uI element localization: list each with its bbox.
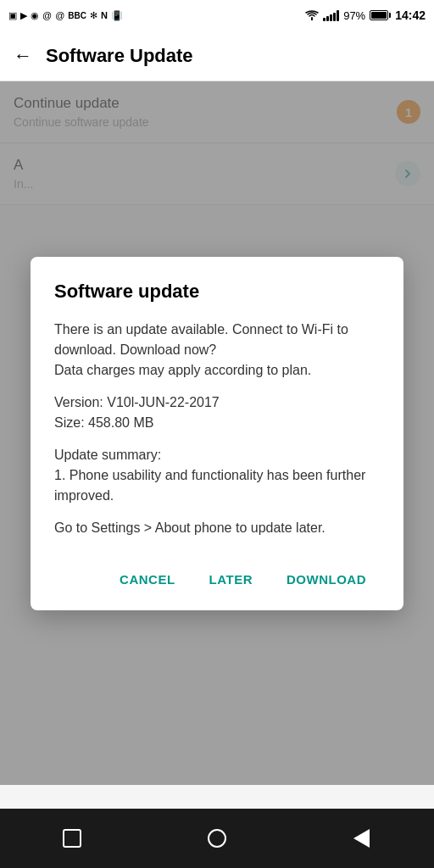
dialog-body: There is an update available. Connect to…: [54, 320, 380, 538]
dialog-body-p3: Update summary:1. Phone usability and fu…: [54, 445, 380, 506]
wifi-icon: [305, 10, 319, 20]
download-button[interactable]: DOWNLOAD: [273, 562, 380, 597]
page-title: Software Update: [46, 45, 193, 67]
status-bar: ▣ ▶ ◉ @ @ BBC ✻ N 📳 97%: [0, 0, 434, 31]
recents-icon: [63, 829, 81, 848]
back-button[interactable]: ←: [14, 45, 32, 67]
dialog-overlay: Software update There is an update avail…: [0, 81, 434, 785]
nav-bar: [0, 809, 434, 868]
dialog-title: Software update: [54, 281, 380, 303]
cancel-button[interactable]: CANCEL: [106, 562, 189, 597]
back-nav-button[interactable]: [345, 821, 379, 855]
recents-button[interactable]: [55, 821, 89, 855]
back-icon: [353, 829, 370, 848]
home-button[interactable]: [200, 821, 234, 855]
signal-icon: [323, 9, 339, 21]
notification-icons: ▣ ▶ ◉ @ @ BBC ✻ N 📳: [8, 10, 123, 21]
dialog-body-p2: Version: V10l-JUN-22-2017Size: 458.80 MB: [54, 392, 380, 433]
software-update-dialog: Software update There is an update avail…: [31, 257, 403, 610]
dialog-body-p1: There is an update available. Connect to…: [54, 320, 380, 381]
dialog-body-p4: Go to Settings > About phone to update l…: [54, 518, 380, 538]
battery-icon: [370, 10, 391, 20]
app-bar: ← Software Update: [0, 31, 434, 81]
dialog-actions: CANCEL LATER DOWNLOAD: [54, 555, 380, 597]
home-icon: [208, 829, 226, 848]
status-time: 14:42: [395, 8, 426, 22]
later-button[interactable]: LATER: [196, 562, 266, 597]
battery-percent: 97%: [343, 9, 365, 22]
status-bar-right: 97% 14:42: [305, 8, 426, 22]
content-area: Continue update Continue software update…: [0, 81, 434, 205]
